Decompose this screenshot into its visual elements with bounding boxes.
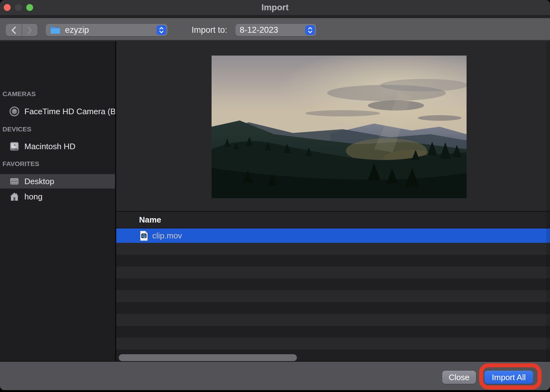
empty-row [116,314,550,326]
file-list-header: Name [116,212,550,228]
quicktime-file-icon [140,231,148,241]
sidebar: CAMERAS FaceTime HD Camera (Bu… DEVICES [0,41,115,361]
file-name: clip.mov [152,231,182,241]
empty-row [116,267,550,278]
folder-select[interactable]: ezyzip [46,24,168,36]
empty-row [116,278,550,290]
sidebar-item-desktop[interactable]: Desktop [0,174,115,189]
home-icon [9,192,19,202]
back-button[interactable] [6,24,22,36]
sidebar-item-label: Desktop [24,177,54,186]
sidebar-item-label: FaceTime HD Camera (Bu… [24,107,115,116]
sidebar-item-label: hong [24,192,42,202]
title-bar: Import [0,0,550,15]
sidebar-item-facetime-camera[interactable]: FaceTime HD Camera (Bu… [0,104,115,119]
main-pane: Name clip.mov [116,41,550,361]
video-preview-image [212,56,467,198]
empty-row [116,243,550,255]
sidebar-item-macintosh-hd[interactable]: Macintosh HD [0,139,115,154]
toolbar: ezyzip Import to: 8-12-2023 [0,18,550,41]
empty-rows [116,243,550,361]
sidebar-item-hong[interactable]: hong [0,189,115,204]
annotation-highlight [479,363,542,390]
sidebar-section-cameras: CAMERAS [2,90,112,98]
empty-row [116,302,550,314]
import-dialog-window: Import ezyzip [0,0,550,390]
forward-button[interactable] [22,24,38,36]
empty-row [116,290,550,302]
hard-drive-icon [9,141,19,151]
horizontal-scrollbar[interactable] [119,354,297,361]
stepper-icon [157,25,166,35]
nav-buttons [6,24,38,36]
folder-icon [50,26,61,35]
empty-row [116,326,550,338]
column-name: Name [139,212,161,228]
titlebar-divider [0,15,550,18]
empty-row [116,255,550,267]
chevron-right-icon [27,26,32,34]
list-right-edge [546,41,550,361]
window-title: Import [0,0,550,15]
facetime-camera-icon [9,106,19,116]
file-row-clip-mov[interactable]: clip.mov [116,228,550,243]
sidebar-section-favorites: FAVORITES [2,159,112,168]
desktop-icon [9,176,19,186]
sidebar-item-label: Macintosh HD [24,142,75,151]
chevron-left-icon [11,26,17,34]
empty-row [116,338,550,350]
import-destination-select[interactable]: 8-12-2023 [235,24,316,36]
footer-bar: Close Import All [0,361,550,390]
stepper-icon [305,25,315,35]
dialog-content: CAMERAS FaceTime HD Camera (Bu… DEVICES [0,41,550,361]
date-select-value: 8-12-2023 [240,25,278,35]
folder-select-value: ezyzip [65,25,89,35]
sidebar-section-devices: DEVICES [2,125,112,134]
import-to-label: Import to: [192,24,227,36]
close-button[interactable]: Close [442,371,476,384]
